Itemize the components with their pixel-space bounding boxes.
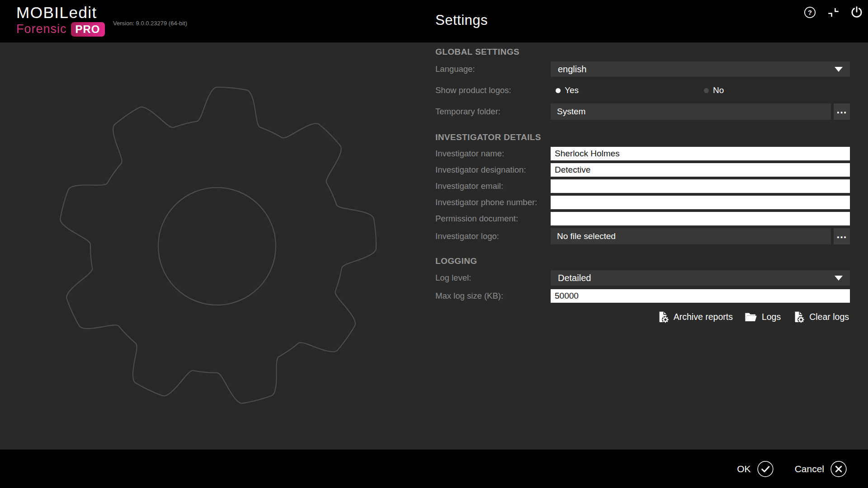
cancel-button[interactable]: Cancel bbox=[795, 460, 847, 478]
log-level-row: Log level: Detailed bbox=[435, 270, 850, 286]
ok-button[interactable]: OK bbox=[737, 460, 774, 478]
radio-no[interactable]: No bbox=[704, 85, 724, 95]
check-circle-icon bbox=[757, 460, 774, 478]
logo-pro-badge: PRO bbox=[71, 22, 105, 37]
temp-folder-field[interactable]: System bbox=[551, 103, 831, 120]
investigator-logo-label: Investigator logo: bbox=[435, 231, 499, 241]
chevron-down-icon bbox=[835, 276, 843, 281]
radio-selected-icon bbox=[556, 88, 561, 93]
section-heading-global: GLOBAL SETTINGS bbox=[435, 47, 519, 56]
investigator-logo-value: No file selected bbox=[557, 231, 616, 241]
cancel-label: Cancel bbox=[795, 464, 824, 474]
x-circle-icon bbox=[830, 460, 847, 478]
section-heading-logging: LOGGING bbox=[435, 256, 477, 266]
investigator-email-input[interactable] bbox=[551, 179, 850, 193]
permission-document-label: Permission document: bbox=[435, 214, 518, 224]
clear-logs-label: Clear logs bbox=[809, 312, 849, 322]
svg-text:?: ? bbox=[808, 9, 812, 16]
log-actions-row: Archive reports Logs bbox=[551, 308, 849, 325]
investigator-phone-input[interactable] bbox=[551, 196, 850, 209]
gear-graphic-hub bbox=[158, 188, 276, 305]
report-gear-icon bbox=[657, 311, 669, 323]
investigator-email-label: Investigator email: bbox=[435, 181, 503, 191]
title-bar: MOBILedit Forensic PRO Version: 9.0.0.23… bbox=[0, 0, 868, 42]
language-row: Language: english bbox=[435, 61, 850, 77]
temp-folder-label: Temporary folder: bbox=[435, 107, 500, 117]
permission-document-row: Permission document: bbox=[435, 212, 850, 225]
logs-label: Logs bbox=[762, 312, 781, 322]
investigator-designation-label: Investigator designation: bbox=[435, 165, 526, 175]
app-logo: MOBILedit Forensic PRO bbox=[16, 4, 105, 37]
log-level-dropdown[interactable]: Detailed bbox=[551, 270, 850, 286]
max-log-size-input[interactable] bbox=[551, 289, 850, 303]
investigator-logo-row: Investigator logo: No file selected ... bbox=[435, 228, 850, 244]
show-logos-label: Show product logos: bbox=[435, 85, 511, 95]
radio-no-label: No bbox=[713, 85, 724, 95]
power-icon bbox=[850, 5, 863, 19]
dock-window-button[interactable] bbox=[826, 5, 840, 19]
investigator-logo-browse-button[interactable]: ... bbox=[834, 228, 850, 244]
archive-reports-label: Archive reports bbox=[674, 312, 733, 322]
section-heading-investigator: INVESTIGATOR DETAILS bbox=[435, 132, 541, 142]
investigator-name-input[interactable] bbox=[551, 147, 850, 160]
page-title: Settings bbox=[435, 12, 488, 28]
investigator-name-label: Investigator name: bbox=[435, 149, 504, 159]
archive-reports-button[interactable]: Archive reports bbox=[657, 311, 733, 323]
logo-text-mobiledit: MOBILedit bbox=[16, 4, 105, 22]
investigator-phone-row: Investigator phone number: bbox=[435, 196, 850, 209]
version-text: Version: 9.0.0.23279 (64-bit) bbox=[113, 20, 187, 27]
radio-unselected-icon bbox=[704, 88, 709, 93]
log-level-label: Log level: bbox=[435, 273, 471, 283]
folder-open-icon bbox=[745, 310, 757, 323]
investigator-name-row: Investigator name: bbox=[435, 147, 850, 160]
investigator-designation-input[interactable] bbox=[551, 163, 850, 177]
logs-button[interactable]: Logs bbox=[745, 310, 781, 323]
permission-document-input[interactable] bbox=[551, 212, 850, 225]
chevron-down-icon bbox=[835, 67, 843, 72]
clear-logs-button[interactable]: Clear logs bbox=[793, 311, 849, 323]
language-dropdown[interactable]: english bbox=[551, 61, 850, 77]
window-controls: ? bbox=[803, 5, 863, 19]
investigator-email-row: Investigator email: bbox=[435, 179, 850, 193]
mobiledit-settings-window: MOBILedit Forensic PRO Version: 9.0.0.23… bbox=[0, 0, 868, 488]
footer-bar: OK Cancel bbox=[0, 450, 868, 488]
power-button[interactable] bbox=[850, 5, 863, 19]
investigator-logo-field[interactable]: No file selected bbox=[551, 228, 831, 244]
language-label: Language: bbox=[435, 64, 475, 74]
radio-yes[interactable]: Yes bbox=[556, 85, 579, 95]
help-icon: ? bbox=[803, 6, 816, 19]
report-gear-icon bbox=[793, 311, 805, 323]
max-log-size-label: Max log size (KB): bbox=[435, 291, 503, 301]
logo-text-forensic: Forensic bbox=[16, 22, 67, 36]
log-level-value: Detailed bbox=[558, 273, 591, 283]
settings-panel: GLOBAL SETTINGS Language: english Show p… bbox=[435, 42, 850, 431]
language-value: english bbox=[558, 64, 586, 75]
ok-label: OK bbox=[737, 464, 750, 474]
temp-folder-value: System bbox=[557, 107, 585, 117]
dock-window-icon bbox=[827, 6, 840, 19]
temp-folder-row: Temporary folder: System ... bbox=[435, 103, 850, 120]
max-log-size-row: Max log size (KB): bbox=[435, 289, 850, 303]
show-logos-row: Show product logos: Yes No bbox=[435, 85, 850, 95]
temp-folder-browse-button[interactable]: ... bbox=[834, 103, 850, 120]
investigator-designation-row: Investigator designation: bbox=[435, 163, 850, 177]
gear-graphic-path bbox=[60, 87, 376, 404]
radio-yes-label: Yes bbox=[565, 85, 579, 95]
help-button[interactable]: ? bbox=[803, 5, 816, 19]
investigator-phone-label: Investigator phone number: bbox=[435, 197, 537, 207]
